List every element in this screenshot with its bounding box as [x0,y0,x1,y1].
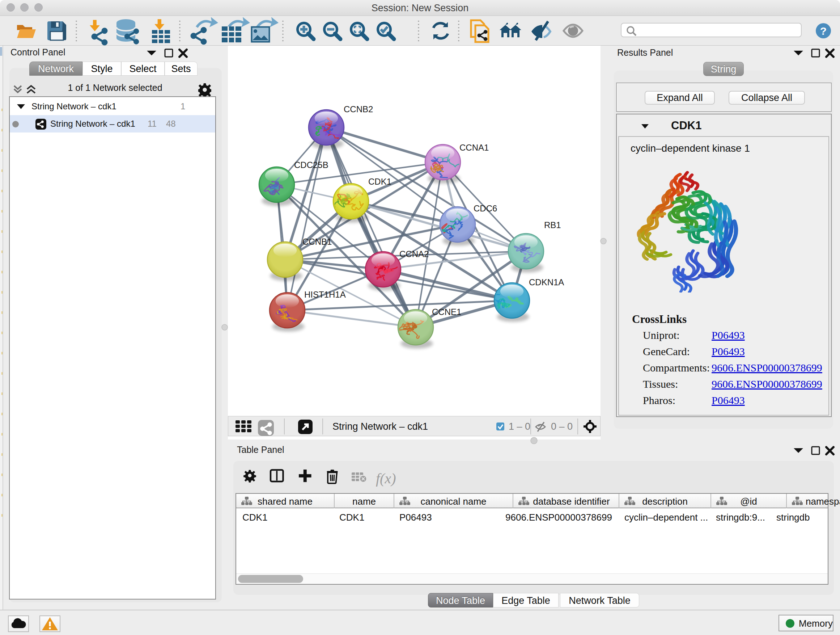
svg-text:String Network – cdk1: String Network – cdk1 [332,421,428,432]
svg-text:CCNA1: CCNA1 [459,143,489,152]
svg-text:CDK1: CDK1 [368,177,392,187]
svg-text:CCNE1: CCNE1 [432,307,461,317]
svg-text:0 – 0: 0 – 0 [551,421,573,432]
svg-text:RB1: RB1 [544,220,561,230]
svg-text:1 – 0: 1 – 0 [508,421,531,432]
svg-text:?: ? [820,25,827,37]
svg-text:CCNB2: CCNB2 [344,104,373,114]
svg-text:CDKN1A: CDKN1A [529,277,564,287]
svg-text:CDC25B: CDC25B [294,160,328,170]
svg-text:CCNA2: CCNA2 [399,249,429,259]
svg-text:HIST1H1A: HIST1H1A [304,290,346,299]
svg-text:CCNB1: CCNB1 [302,237,332,247]
svg-text:CDC6: CDC6 [474,203,497,213]
svg-text:f(x): f(x) [376,470,396,486]
